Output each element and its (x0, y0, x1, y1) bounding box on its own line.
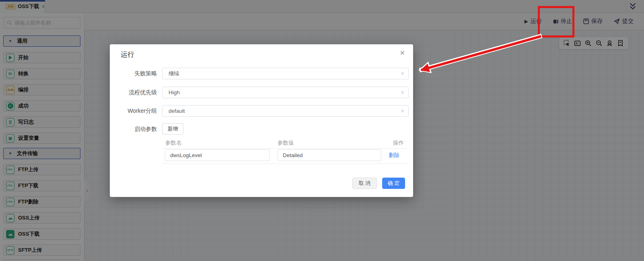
worker-group-value: default (169, 108, 185, 114)
field-label-startup-params: 启动参数 (110, 123, 157, 135)
param-name-input[interactable] (165, 149, 270, 161)
chevron-down-icon: ∨ (401, 106, 404, 116)
worker-group-select[interactable]: default ∨ (162, 105, 409, 117)
priority-select[interactable]: High ∨ (162, 87, 409, 98)
table-header-divider (162, 148, 409, 149)
app-screen: Job OSS下载 × ▶ 运行 停止 保存 提交 (0, 0, 644, 261)
column-header-action: 操作 (393, 139, 404, 147)
param-value-input[interactable] (278, 149, 381, 161)
close-icon[interactable]: ✕ (400, 49, 405, 57)
field-label-worker-group: Worker分组 (110, 105, 157, 117)
field-label-priority: 流程优先级 (110, 87, 157, 98)
table-row-divider (162, 164, 409, 164)
chevron-down-icon: ∨ (401, 68, 404, 79)
dialog-title: 运行 (121, 50, 134, 59)
chevron-down-icon: ∨ (401, 87, 404, 98)
field-label-failure-policy: 失败策略 (110, 68, 157, 79)
failure-policy-select[interactable]: 继续 ∨ (162, 68, 409, 79)
delete-param-link[interactable]: 删除 (389, 149, 399, 161)
run-dialog: 运行 ✕ 失败策略 继续 ∨ 流程优先级 High ∨ Worker分组 def… (110, 44, 413, 197)
cancel-button[interactable]: 取 消 (352, 178, 377, 189)
column-header-param-name: 参数名 (165, 139, 182, 147)
failure-policy-value: 继续 (169, 70, 179, 77)
column-header-param-value: 参数值 (278, 139, 294, 147)
add-param-button[interactable]: 新增 (162, 123, 183, 135)
confirm-button[interactable]: 确 定 (382, 178, 405, 189)
priority-value: High (169, 89, 180, 95)
